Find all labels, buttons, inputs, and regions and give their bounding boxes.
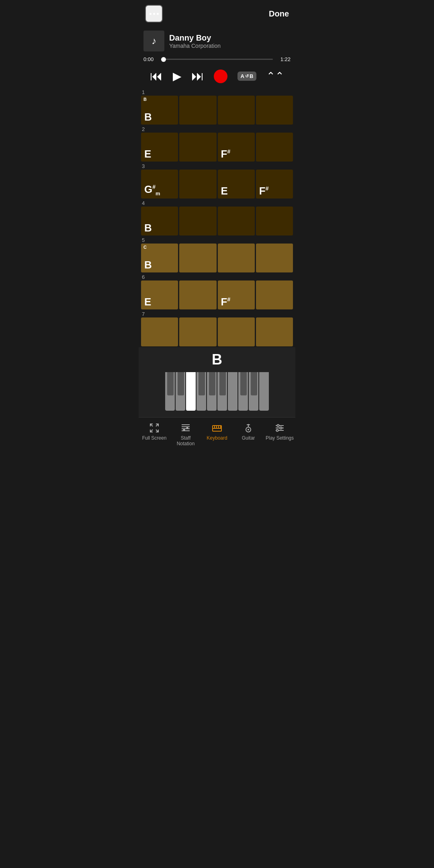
chord-cell-6-4[interactable]	[256, 280, 293, 309]
keyboard-icon	[211, 422, 223, 434]
time-current: 0:00	[143, 56, 158, 62]
bar-number-2: 2	[140, 125, 294, 133]
bar-cells-5: CB	[140, 244, 294, 273]
black-key-5[interactable]	[219, 372, 226, 395]
chord-cell-7-3[interactable]	[218, 317, 255, 346]
section-marker: B	[143, 97, 147, 102]
ab-repeat-button[interactable]: A ↺ B	[237, 72, 257, 81]
black-key-4[interactable]	[209, 372, 215, 395]
fullscreen-icon	[149, 422, 160, 434]
bar-row-2: 2EF#	[140, 125, 294, 162]
nav-label-staff: StaffNotation	[177, 435, 195, 447]
svg-point-24	[280, 427, 282, 429]
chord-cell-4-1[interactable]: B	[141, 207, 178, 235]
bar-cells-6: EF#	[140, 280, 294, 310]
chord-cell-5-3[interactable]	[218, 244, 255, 272]
chord-label: F#	[221, 149, 231, 159]
white-key-3-lit[interactable]	[186, 372, 196, 411]
chord-cell-7-2[interactable]	[179, 317, 216, 346]
chord-cell-5-1[interactable]: CB	[141, 244, 178, 272]
song-thumbnail: ♪	[143, 31, 164, 51]
dot3	[157, 13, 159, 15]
chord-cell-2-3[interactable]: F#	[218, 133, 255, 162]
playback-controls: ⏮ ▶ ⏭ A ↺ B ⌃⌃	[139, 66, 295, 88]
chord-cell-1-3[interactable]	[218, 96, 255, 125]
chord-cell-6-1[interactable]: E	[141, 280, 178, 309]
chord-cell-4-3[interactable]	[218, 207, 255, 235]
bar-row-4: 4B	[140, 199, 294, 236]
chord-cell-5-4[interactable]	[256, 244, 293, 272]
done-button[interactable]: Done	[269, 9, 289, 18]
white-key-7[interactable]	[228, 372, 237, 411]
svg-point-8	[183, 429, 185, 431]
chord-cell-7-4[interactable]	[256, 317, 293, 346]
progress-bar-container: 0:00 1:22	[139, 55, 295, 66]
black-key-2[interactable]	[178, 372, 184, 395]
chord-label: E	[144, 297, 151, 307]
bar-row-7: 7	[140, 310, 294, 347]
bar-number-3: 3	[140, 162, 294, 170]
chord-cell-1-4[interactable]	[256, 96, 293, 125]
bar-row-1: 1BB	[140, 88, 294, 125]
play-settings-icon	[274, 422, 285, 434]
nav-item-staff[interactable]: StaffNotation	[170, 421, 201, 448]
chord-cell-5-2[interactable]	[179, 244, 216, 272]
play-button[interactable]: ▶	[173, 70, 182, 83]
menu-button[interactable]	[145, 5, 163, 23]
header: Done	[139, 0, 295, 27]
chord-cell-2-4[interactable]	[256, 133, 293, 162]
chord-label: E	[221, 186, 228, 196]
time-total: 1:22	[276, 56, 291, 62]
bar-number-1: 1	[140, 88, 294, 96]
chord-cell-6-3[interactable]: F#	[218, 280, 255, 309]
song-text: Danny Boy Yamaha Corporation	[169, 33, 221, 49]
repeat-button[interactable]: ⌃⌃	[266, 70, 284, 82]
chord-label: G#m	[144, 184, 160, 196]
progress-track[interactable]	[161, 59, 273, 60]
nav-item-play-settings[interactable]: Play Settings	[264, 421, 295, 448]
chord-cell-2-2[interactable]	[179, 133, 216, 162]
black-key-1[interactable]	[167, 372, 174, 395]
rewind-button[interactable]: ⏮	[150, 69, 163, 84]
fast-forward-icon: ⏭	[191, 69, 204, 84]
bar-number-7: 7	[140, 310, 294, 317]
chord-label: B	[144, 112, 152, 122]
chord-cell-7-1[interactable]	[141, 317, 178, 346]
bar-number-5: 5	[140, 236, 294, 244]
chord-cell-4-2[interactable]	[179, 207, 216, 235]
chord-cell-3-1[interactable]: G#m	[141, 170, 178, 199]
staff-notation-icon	[180, 422, 191, 434]
chord-cell-3-3[interactable]: E	[218, 170, 255, 199]
record-button[interactable]	[214, 70, 227, 83]
chord-cell-1-2[interactable]	[179, 96, 216, 125]
nav-item-fullscreen[interactable]: Full Screen	[139, 421, 170, 448]
chord-cell-2-1[interactable]: E	[141, 133, 178, 162]
bar-row-3: 3G#mEF#	[140, 162, 294, 199]
music-note-icon: ♪	[151, 35, 156, 47]
nav-item-guitar[interactable]: Guitar	[233, 421, 264, 448]
black-key-6[interactable]	[240, 372, 247, 395]
chord-cell-6-2[interactable]	[179, 280, 216, 309]
chord-cell-3-4[interactable]: F#	[256, 170, 293, 199]
chord-cell-4-4[interactable]	[256, 207, 293, 235]
keyboard-diagram	[161, 372, 273, 412]
svg-point-19	[248, 429, 249, 430]
svg-point-25	[276, 430, 278, 432]
white-key-10[interactable]	[259, 372, 269, 411]
guitar-icon	[243, 422, 254, 434]
fast-forward-button[interactable]: ⏭	[191, 69, 204, 84]
bar-cells-7	[140, 317, 294, 347]
chord-grid: 1BB2EF#3G#mEF#4B5CB6EF#7	[139, 88, 295, 347]
chord-cell-3-2[interactable]	[179, 170, 216, 199]
black-key-3[interactable]	[199, 372, 205, 395]
ab-loop-icon: ↺	[245, 74, 249, 79]
nav-item-keyboard[interactable]: Keyboard	[201, 421, 233, 448]
bar-row-5: 5CB	[140, 236, 294, 273]
black-key-7[interactable]	[251, 372, 257, 395]
chord-label: E	[144, 149, 151, 159]
progress-thumb[interactable]	[161, 57, 166, 62]
chord-cell-1-1[interactable]: BB	[141, 96, 178, 125]
bottom-navigation: Full Screen StaffNotation Keyboard	[139, 417, 295, 453]
bar-cells-2: EF#	[140, 133, 294, 162]
chord-label: F#	[221, 297, 231, 307]
